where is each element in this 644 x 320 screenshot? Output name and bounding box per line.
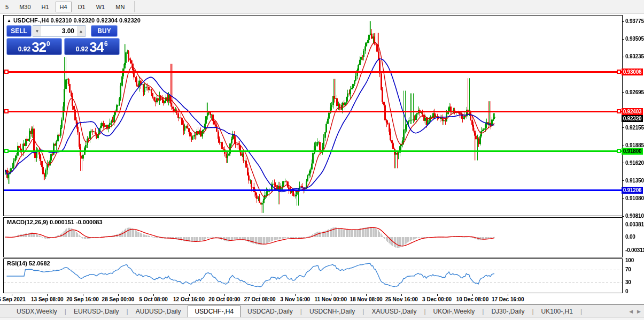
time-tick-dash: [401, 294, 402, 296]
price-tick-label: 0.90810: [625, 213, 644, 219]
price-tick-dash: [622, 57, 624, 57]
macd-indicator-label: MACD(12,26,9) 0.000151 -0.000083: [7, 219, 103, 225]
time-tick-dash: [295, 294, 296, 296]
time-tick-label: 11 Nov 00:00: [314, 296, 347, 302]
chart-tab-bar: USDX,Weekly|EURUSD-,Daily|AUDUSD-,DailyU…: [0, 304, 644, 318]
indicator-axis-label: -0.00311: [625, 247, 644, 253]
time-tick-dash: [224, 294, 225, 296]
price-tick-label: 0.91350: [625, 178, 644, 184]
timeframe-button-h1[interactable]: H1: [37, 2, 53, 12]
price-tick-dash: [622, 92, 624, 93]
chart-tab-dj30daily[interactable]: DJ30-,Daily: [484, 306, 531, 317]
time-tick-label: 27 Oct 08:00: [244, 296, 276, 302]
time-tick-dash: [508, 294, 508, 296]
chart-tab-xauusddaily[interactable]: XAUUSD-,Daily: [364, 306, 423, 317]
price-tick-dash: [622, 180, 624, 181]
price-tick-dash: [622, 127, 624, 128]
sell-button[interactable]: SELL: [6, 25, 32, 37]
tab-separator: |: [580, 308, 583, 315]
time-tick-dash: [153, 294, 154, 296]
price-line-badge: 0.92403: [622, 108, 643, 115]
indicator-axis-label: 0.003811: [625, 222, 644, 227]
time-tick-label: 6 Sep 2021: [0, 296, 26, 302]
timeframe-toolbar: 5M30H1H4D1W1MN: [0, 0, 644, 14]
time-tick-label: 3 Dec 00:00: [422, 296, 452, 302]
indicator-axis-label: 100: [625, 257, 644, 263]
time-tick-dash: [260, 294, 260, 296]
chart-title: ▲USDCHF-,H4 0.92310 0.92320 0.92304 0.92…: [7, 17, 141, 24]
time-tick-label: 3 Nov 16:00: [281, 296, 311, 302]
chart-tab-usdchfh4[interactable]: USDCHF-,H4: [188, 306, 240, 317]
time-tick-label: 5 Oct 08:00: [139, 296, 168, 302]
indicator-axis-label: 0.00: [625, 234, 644, 240]
bid-price-small: 0.92: [18, 45, 30, 53]
time-tick-label: 25 Nov 16:00: [385, 296, 418, 302]
chart-tab-usdcaddaily[interactable]: USDCAD-,Daily: [240, 306, 300, 317]
time-tick-dash: [189, 294, 190, 296]
timeframe-button-w1[interactable]: W1: [92, 2, 110, 12]
tab-scroll-left-icon[interactable]: ◀: [629, 309, 633, 314]
tab-scroll-right-icon[interactable]: ▶: [637, 309, 641, 314]
bid-price-big: 32: [32, 41, 46, 54]
price-tick-label: 0.93505: [625, 36, 644, 42]
collapse-triangle-icon[interactable]: ▲: [7, 18, 11, 23]
one-click-trade-panel: SELL ▼ 3.00 ▲ BUY 0.92 32 0 0.92 34 6: [6, 25, 120, 55]
time-tick-label: 20 Sep 16:00: [66, 296, 99, 302]
price-line-badge: 0.92320: [622, 115, 643, 122]
price-tick-dash: [622, 216, 624, 217]
bid-price-box[interactable]: 0.92 32 0: [6, 38, 62, 55]
volume-input[interactable]: 3.00: [41, 26, 77, 36]
time-tick-label: 12 Oct 16:00: [173, 296, 205, 302]
time-tick-dash: [47, 294, 48, 296]
volume-decrease-icon[interactable]: ▼: [33, 26, 41, 36]
time-tick-dash: [366, 294, 367, 296]
ask-price-box[interactable]: 0.92 34 6: [64, 38, 120, 55]
price-tick-label: 0.93775: [625, 18, 644, 24]
timeframe-button-h4[interactable]: H4: [56, 2, 72, 12]
timeframe-button-mn[interactable]: MN: [111, 2, 129, 12]
price-line-badge: 0.91800: [622, 148, 643, 155]
ask-price-small: 0.92: [76, 45, 88, 53]
timeframe-button-5[interactable]: 5: [1, 2, 13, 12]
volume-stepper: ▼ 3.00 ▲: [33, 25, 86, 37]
price-tick-label: 0.91080: [625, 195, 644, 201]
time-tick-dash: [437, 294, 438, 296]
time-tick-dash: [118, 294, 119, 296]
chart-tab-usdxweekly[interactable]: USDX,Weekly: [10, 306, 64, 317]
chart-tab-ukoilweekly[interactable]: UKOil-,Weekly: [426, 306, 482, 317]
price-tick-dash: [622, 198, 624, 199]
chart-tab-uk100h1[interactable]: UK100-,H1: [534, 306, 580, 317]
rsi-canvas[interactable]: [4, 259, 622, 292]
status-strip: [0, 317, 644, 320]
toolbar-separator: [134, 1, 135, 12]
price-line-badge: 0.93006: [622, 68, 643, 75]
timeframe-button-m30[interactable]: M30: [15, 2, 35, 12]
rsi-indicator-pane: [3, 258, 623, 293]
time-tick-label: 13 Sep 08:00: [31, 296, 64, 302]
time-axis: 6 Sep 202113 Sep 08:0020 Sep 16:0028 Sep…: [0, 294, 644, 304]
volume-increase-icon[interactable]: ▲: [77, 26, 85, 36]
tab-scroll-arrows: ◀ ▶: [629, 305, 641, 318]
time-tick-dash: [331, 294, 331, 296]
price-tick-label: 0.91620: [625, 160, 644, 166]
chart-tab-usdcnhdaily[interactable]: USDCNH-,Daily: [302, 306, 362, 317]
time-tick-label: 10 Dec 08:00: [456, 296, 489, 302]
time-tick-label: 18 Nov 08:00: [350, 296, 382, 302]
price-tick-label: 0.92695: [625, 89, 644, 95]
time-tick-dash: [83, 294, 83, 296]
time-tick-label: 28 Sep 00:00: [102, 296, 135, 302]
time-tick-dash: [472, 294, 473, 296]
time-tick-dash: [12, 294, 12, 296]
chart-title-symbol: USDCHF-,H4: [13, 17, 49, 24]
price-tick-dash: [622, 146, 624, 146]
buy-button[interactable]: BUY: [91, 25, 118, 37]
chart-title-ohlc: 0.92310 0.92320 0.92304 0.92320: [51, 17, 141, 24]
timeframe-button-d1[interactable]: D1: [74, 2, 90, 12]
mt-terminal: 5M30H1H4D1W1MN ▲USDCHF-,H4 0.92310 0.923…: [0, 0, 644, 320]
chart-tab-eurusddaily[interactable]: EURUSD-,Daily: [67, 306, 126, 317]
price-tick-dash: [622, 163, 624, 163]
chart-tab-strip: USDX,Weekly|EURUSD-,Daily|AUDUSD-,DailyU…: [0, 305, 583, 318]
chart-tab-audusddaily[interactable]: AUDUSD-,Daily: [129, 306, 188, 317]
price-line-badge: 0.91206: [622, 187, 643, 194]
ask-price-pipette: 6: [104, 40, 108, 48]
